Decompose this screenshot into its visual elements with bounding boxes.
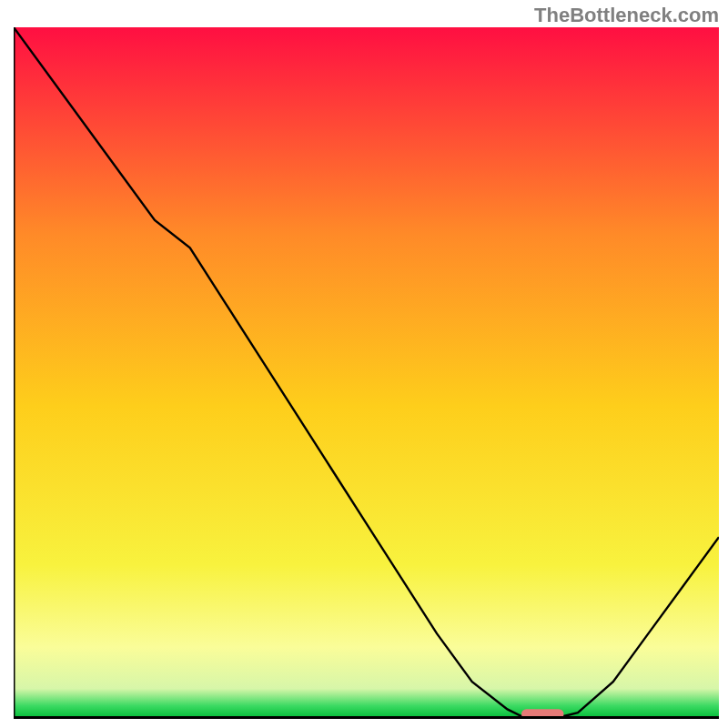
chart-svg <box>14 27 719 719</box>
plot-area <box>14 27 719 719</box>
chart-container: TheBottleneck.com <box>0 0 728 728</box>
gradient-background <box>14 27 719 716</box>
watermark-label: TheBottleneck.com <box>534 4 719 27</box>
